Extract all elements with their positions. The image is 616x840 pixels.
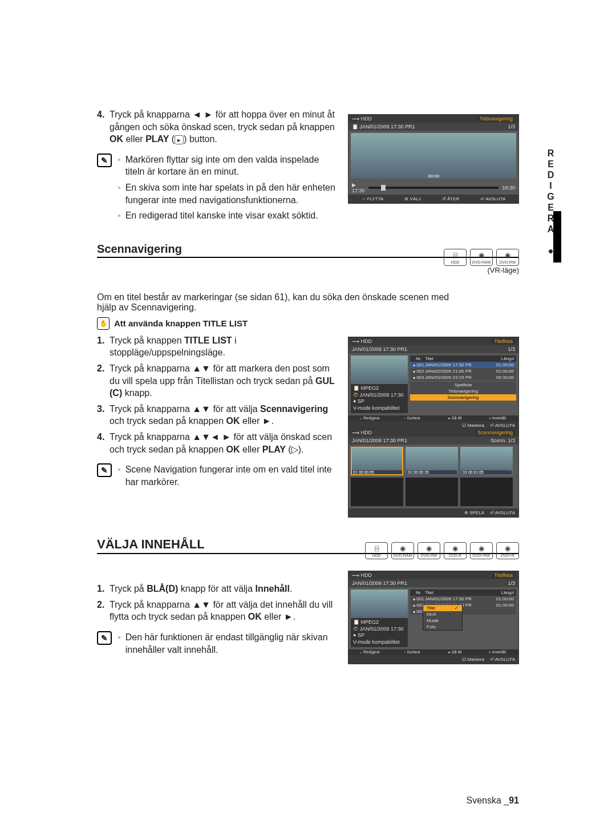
badge-dvd-rw: ◉DVD-RW	[496, 249, 519, 266]
badge-dvd-plus-r: ◉DVD+R	[496, 542, 519, 559]
scenenav-intro: Om en titel består av markeringar (se si…	[97, 292, 462, 313]
step-4-top: 4. Tryck på knapparna ◄ ► för att hoppa …	[97, 108, 337, 146]
scenenav-step-2: 2. Tryck på knapparna ▲▼ för att markera…	[97, 362, 337, 399]
badge-hdd: ⌸HDD	[365, 542, 388, 559]
note-item: Markören flyttar sig inte om den valda i…	[117, 154, 337, 178]
scenenav-step-3: 3. Tryck på knapparna ▲▼ för att välja S…	[97, 403, 337, 427]
badge-dvd-ram: ◉DVD-RAM	[391, 542, 414, 559]
play-glyph-icon: ▸	[175, 135, 184, 145]
media-badges-1: ⌸HDD ◉DVD-RAM ◉DVD-RW (VR-läge)	[444, 249, 519, 274]
content-popup: Titel DivX Musik Foto	[423, 604, 463, 631]
scenenav-step-1: 1. Tryck på knappen TITLE LIST i stopplä…	[97, 334, 337, 359]
valja-step-2: 2. Tryck på knapparna ▲▼ för att välja d…	[97, 599, 337, 623]
badge-dvd-rw: ◉DVD-RW	[418, 542, 440, 559]
screenshot-time-navigation: ⟶ HDDTidsnavigering 📋 JAN/01/2009 17:30 …	[348, 114, 519, 204]
note-icon	[97, 154, 112, 167]
scenenav-step-4: 4. Tryck på knapparna ▲▼◄ ► för att välj…	[97, 431, 337, 455]
title-list-hint: Att använda knappen TITLE LIST	[97, 317, 519, 330]
badge-dvd-plus-rw: ◉DVD+RW	[470, 542, 493, 559]
screenshot-scene-navigation: ⟶ HDDScennavigering JAN/01/2009 17:30 PR…	[348, 428, 519, 518]
note-icon	[97, 631, 112, 645]
screenshot-title-list: ⟶ HDDTitellista JAN/01/2009 17:30 PR11/3…	[348, 337, 519, 430]
badge-dvd-r: ◉DVD-R	[444, 542, 467, 559]
side-bar-accent	[553, 211, 561, 262]
valja-step-1: 1. Tryck på BLÅ(D) knapp för att välja I…	[97, 583, 337, 595]
media-badges-2: ⌸HDD ◉DVD-RAM ◉DVD-RW ◉DVD-R ◉DVD+RW ◉DV…	[365, 542, 519, 559]
note-item: Scene Navigation fungerar inte om en val…	[117, 463, 337, 488]
page-footer: Svenska _91	[466, 795, 519, 806]
note-item: Den här funktionen är endast tillgänglig…	[117, 631, 337, 656]
badge-hdd: ⌸HDD	[444, 249, 467, 266]
hand-icon	[97, 317, 110, 330]
screenshot-content-select: ⟶ HDDTitellista JAN/01/2009 17:30 PR11/3…	[348, 571, 519, 664]
note-item: En redigerad titel kanske inte visar exa…	[117, 209, 337, 222]
note-icon	[97, 463, 112, 477]
badge-dvd-ram: ◉DVD-RAM	[470, 249, 493, 266]
note-item: En skiva som inte har spelats in på den …	[117, 181, 337, 206]
